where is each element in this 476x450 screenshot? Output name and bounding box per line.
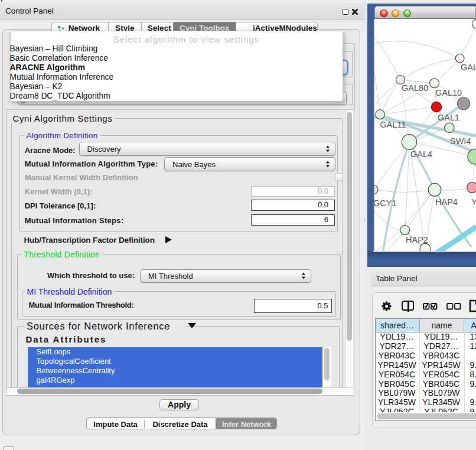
svg-text:GAL80: GAL80 (402, 83, 428, 93)
svg-text:HAP4: HAP4 (435, 197, 458, 207)
svg-text:GCY1: GCY1 (373, 198, 397, 208)
svg-text:GAL1: GAL1 (438, 113, 459, 122)
svg-text:HAP2: HAP2 (406, 235, 428, 244)
svg-text:SWI4: SWI4 (450, 136, 471, 146)
svg-text:GAL11: GAL11 (380, 120, 406, 129)
svg-text:GAL4: GAL4 (410, 149, 432, 159)
svg-text:GAL10: GAL10 (435, 88, 462, 97)
svg-text:Y: Y (471, 197, 476, 207)
svg-text:GAL: GAL (461, 63, 476, 72)
